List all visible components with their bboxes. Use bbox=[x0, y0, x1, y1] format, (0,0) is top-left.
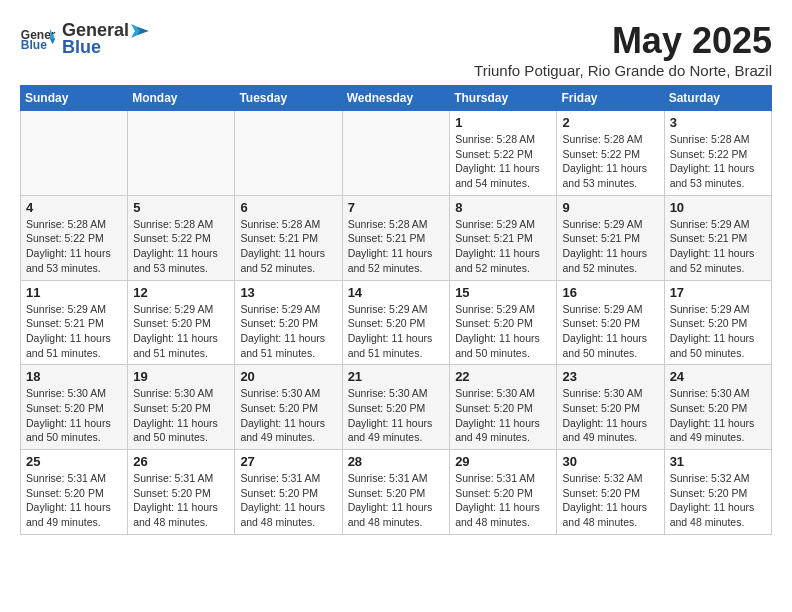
day-info: Sunrise: 5:29 AMSunset: 5:21 PMDaylight:… bbox=[562, 217, 658, 276]
calendar-subtitle: Triunfo Potiguar, Rio Grande do Norte, B… bbox=[474, 62, 772, 79]
day-number: 4 bbox=[26, 200, 122, 215]
calendar-day-cell: 19Sunrise: 5:30 AMSunset: 5:20 PMDayligh… bbox=[128, 365, 235, 450]
calendar-week-row: 11Sunrise: 5:29 AMSunset: 5:21 PMDayligh… bbox=[21, 280, 772, 365]
calendar-day-cell: 8Sunrise: 5:29 AMSunset: 5:21 PMDaylight… bbox=[450, 195, 557, 280]
day-number: 28 bbox=[348, 454, 445, 469]
day-number: 10 bbox=[670, 200, 766, 215]
calendar-day-cell: 14Sunrise: 5:29 AMSunset: 5:20 PMDayligh… bbox=[342, 280, 450, 365]
day-number: 16 bbox=[562, 285, 658, 300]
calendar-day-cell: 22Sunrise: 5:30 AMSunset: 5:20 PMDayligh… bbox=[450, 365, 557, 450]
calendar-table: SundayMondayTuesdayWednesdayThursdayFrid… bbox=[20, 85, 772, 535]
calendar-day-cell: 15Sunrise: 5:29 AMSunset: 5:20 PMDayligh… bbox=[450, 280, 557, 365]
calendar-day-cell: 28Sunrise: 5:31 AMSunset: 5:20 PMDayligh… bbox=[342, 450, 450, 535]
day-info: Sunrise: 5:31 AMSunset: 5:20 PMDaylight:… bbox=[240, 471, 336, 530]
day-number: 6 bbox=[240, 200, 336, 215]
day-info: Sunrise: 5:29 AMSunset: 5:20 PMDaylight:… bbox=[562, 302, 658, 361]
calendar-day-cell: 17Sunrise: 5:29 AMSunset: 5:20 PMDayligh… bbox=[664, 280, 771, 365]
day-info: Sunrise: 5:30 AMSunset: 5:20 PMDaylight:… bbox=[455, 386, 551, 445]
day-number: 17 bbox=[670, 285, 766, 300]
day-info: Sunrise: 5:32 AMSunset: 5:20 PMDaylight:… bbox=[562, 471, 658, 530]
day-number: 26 bbox=[133, 454, 229, 469]
day-info: Sunrise: 5:28 AMSunset: 5:22 PMDaylight:… bbox=[133, 217, 229, 276]
calendar-day-cell: 7Sunrise: 5:28 AMSunset: 5:21 PMDaylight… bbox=[342, 195, 450, 280]
logo: General Blue General Blue bbox=[20, 20, 151, 58]
day-number: 30 bbox=[562, 454, 658, 469]
day-number: 19 bbox=[133, 369, 229, 384]
day-number: 5 bbox=[133, 200, 229, 215]
day-info: Sunrise: 5:29 AMSunset: 5:20 PMDaylight:… bbox=[240, 302, 336, 361]
day-info: Sunrise: 5:28 AMSunset: 5:21 PMDaylight:… bbox=[240, 217, 336, 276]
day-info: Sunrise: 5:30 AMSunset: 5:20 PMDaylight:… bbox=[670, 386, 766, 445]
day-info: Sunrise: 5:30 AMSunset: 5:20 PMDaylight:… bbox=[26, 386, 122, 445]
day-info: Sunrise: 5:31 AMSunset: 5:20 PMDaylight:… bbox=[133, 471, 229, 530]
day-info: Sunrise: 5:30 AMSunset: 5:20 PMDaylight:… bbox=[240, 386, 336, 445]
day-info: Sunrise: 5:30 AMSunset: 5:20 PMDaylight:… bbox=[562, 386, 658, 445]
day-info: Sunrise: 5:28 AMSunset: 5:22 PMDaylight:… bbox=[670, 132, 766, 191]
day-info: Sunrise: 5:30 AMSunset: 5:20 PMDaylight:… bbox=[348, 386, 445, 445]
day-info: Sunrise: 5:28 AMSunset: 5:22 PMDaylight:… bbox=[26, 217, 122, 276]
day-info: Sunrise: 5:28 AMSunset: 5:22 PMDaylight:… bbox=[562, 132, 658, 191]
calendar-day-cell: 21Sunrise: 5:30 AMSunset: 5:20 PMDayligh… bbox=[342, 365, 450, 450]
page-header: General Blue General Blue May 2025 Triun… bbox=[20, 20, 772, 79]
day-info: Sunrise: 5:31 AMSunset: 5:20 PMDaylight:… bbox=[348, 471, 445, 530]
calendar-week-row: 25Sunrise: 5:31 AMSunset: 5:20 PMDayligh… bbox=[21, 450, 772, 535]
day-number: 21 bbox=[348, 369, 445, 384]
calendar-day-cell bbox=[128, 111, 235, 196]
weekday-header: Sunday bbox=[21, 86, 128, 111]
calendar-day-cell: 3Sunrise: 5:28 AMSunset: 5:22 PMDaylight… bbox=[664, 111, 771, 196]
calendar-week-row: 1Sunrise: 5:28 AMSunset: 5:22 PMDaylight… bbox=[21, 111, 772, 196]
calendar-day-cell: 2Sunrise: 5:28 AMSunset: 5:22 PMDaylight… bbox=[557, 111, 664, 196]
day-number: 22 bbox=[455, 369, 551, 384]
calendar-day-cell bbox=[235, 111, 342, 196]
calendar-day-cell bbox=[342, 111, 450, 196]
calendar-day-cell: 9Sunrise: 5:29 AMSunset: 5:21 PMDaylight… bbox=[557, 195, 664, 280]
title-section: May 2025 Triunfo Potiguar, Rio Grande do… bbox=[474, 20, 772, 79]
logo-icon: General Blue bbox=[20, 27, 56, 51]
calendar-day-cell: 20Sunrise: 5:30 AMSunset: 5:20 PMDayligh… bbox=[235, 365, 342, 450]
day-number: 9 bbox=[562, 200, 658, 215]
day-number: 15 bbox=[455, 285, 551, 300]
calendar-day-cell: 31Sunrise: 5:32 AMSunset: 5:20 PMDayligh… bbox=[664, 450, 771, 535]
weekday-header: Wednesday bbox=[342, 86, 450, 111]
calendar-day-cell: 13Sunrise: 5:29 AMSunset: 5:20 PMDayligh… bbox=[235, 280, 342, 365]
calendar-day-cell: 4Sunrise: 5:28 AMSunset: 5:22 PMDaylight… bbox=[21, 195, 128, 280]
calendar-week-row: 18Sunrise: 5:30 AMSunset: 5:20 PMDayligh… bbox=[21, 365, 772, 450]
weekday-header: Thursday bbox=[450, 86, 557, 111]
day-info: Sunrise: 5:29 AMSunset: 5:21 PMDaylight:… bbox=[26, 302, 122, 361]
calendar-title: May 2025 bbox=[474, 20, 772, 62]
calendar-week-row: 4Sunrise: 5:28 AMSunset: 5:22 PMDaylight… bbox=[21, 195, 772, 280]
calendar-day-cell: 18Sunrise: 5:30 AMSunset: 5:20 PMDayligh… bbox=[21, 365, 128, 450]
day-info: Sunrise: 5:28 AMSunset: 5:22 PMDaylight:… bbox=[455, 132, 551, 191]
day-number: 18 bbox=[26, 369, 122, 384]
day-info: Sunrise: 5:30 AMSunset: 5:20 PMDaylight:… bbox=[133, 386, 229, 445]
weekday-header: Monday bbox=[128, 86, 235, 111]
day-number: 23 bbox=[562, 369, 658, 384]
calendar-day-cell: 12Sunrise: 5:29 AMSunset: 5:20 PMDayligh… bbox=[128, 280, 235, 365]
calendar-day-cell: 24Sunrise: 5:30 AMSunset: 5:20 PMDayligh… bbox=[664, 365, 771, 450]
day-info: Sunrise: 5:29 AMSunset: 5:20 PMDaylight:… bbox=[348, 302, 445, 361]
day-info: Sunrise: 5:31 AMSunset: 5:20 PMDaylight:… bbox=[455, 471, 551, 530]
calendar-day-cell: 25Sunrise: 5:31 AMSunset: 5:20 PMDayligh… bbox=[21, 450, 128, 535]
day-number: 12 bbox=[133, 285, 229, 300]
logo-arrow bbox=[129, 22, 151, 40]
weekday-header: Tuesday bbox=[235, 86, 342, 111]
calendar-day-cell: 26Sunrise: 5:31 AMSunset: 5:20 PMDayligh… bbox=[128, 450, 235, 535]
day-info: Sunrise: 5:29 AMSunset: 5:21 PMDaylight:… bbox=[670, 217, 766, 276]
calendar-day-cell bbox=[21, 111, 128, 196]
day-info: Sunrise: 5:29 AMSunset: 5:20 PMDaylight:… bbox=[670, 302, 766, 361]
day-info: Sunrise: 5:29 AMSunset: 5:20 PMDaylight:… bbox=[133, 302, 229, 361]
day-info: Sunrise: 5:32 AMSunset: 5:20 PMDaylight:… bbox=[670, 471, 766, 530]
calendar-day-cell: 1Sunrise: 5:28 AMSunset: 5:22 PMDaylight… bbox=[450, 111, 557, 196]
day-number: 3 bbox=[670, 115, 766, 130]
calendar-day-cell: 5Sunrise: 5:28 AMSunset: 5:22 PMDaylight… bbox=[128, 195, 235, 280]
day-number: 24 bbox=[670, 369, 766, 384]
calendar-day-cell: 23Sunrise: 5:30 AMSunset: 5:20 PMDayligh… bbox=[557, 365, 664, 450]
day-number: 2 bbox=[562, 115, 658, 130]
calendar-day-cell: 16Sunrise: 5:29 AMSunset: 5:20 PMDayligh… bbox=[557, 280, 664, 365]
weekday-header: Saturday bbox=[664, 86, 771, 111]
day-number: 8 bbox=[455, 200, 551, 215]
day-number: 13 bbox=[240, 285, 336, 300]
day-info: Sunrise: 5:28 AMSunset: 5:21 PMDaylight:… bbox=[348, 217, 445, 276]
day-number: 31 bbox=[670, 454, 766, 469]
day-number: 11 bbox=[26, 285, 122, 300]
